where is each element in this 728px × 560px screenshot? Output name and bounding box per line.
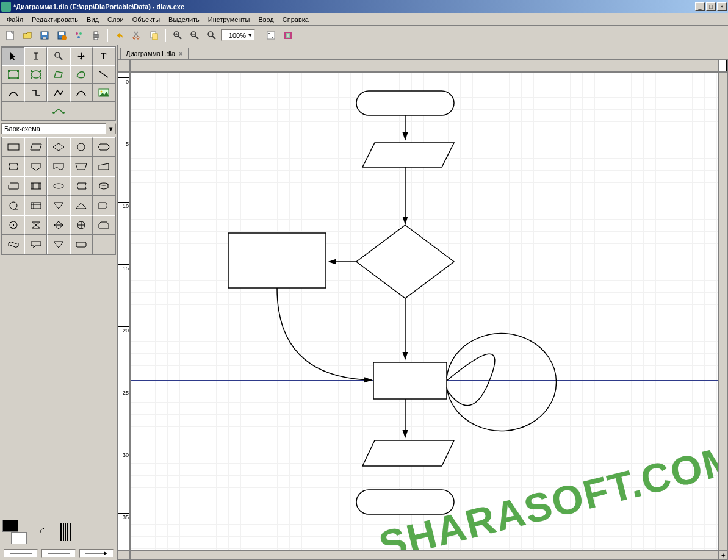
shape-offpage[interactable] <box>24 157 47 176</box>
tab-close-icon[interactable]: × <box>179 50 182 57</box>
node-decision[interactable] <box>356 225 454 298</box>
node-io-1[interactable] <box>362 143 454 167</box>
menu-objects[interactable]: Объекты <box>128 15 164 24</box>
menu-input[interactable]: Ввод <box>254 15 278 24</box>
node-process-left[interactable] <box>228 233 326 288</box>
new-button[interactable] <box>2 27 18 43</box>
cut-button[interactable] <box>129 27 145 43</box>
shape-punched-tape[interactable] <box>2 235 24 254</box>
menu-edit[interactable]: Редактировать <box>27 15 82 24</box>
sheet-selector[interactable]: ▾ <box>1 123 116 134</box>
shape-merge[interactable] <box>47 196 70 215</box>
shape-connector[interactable] <box>70 137 93 157</box>
arrow-end-style[interactable] <box>79 549 114 558</box>
undo-button[interactable] <box>112 27 128 43</box>
zoom-input[interactable] <box>224 32 246 39</box>
shape-loop-limit[interactable] <box>93 215 115 235</box>
snap-object-button[interactable] <box>280 27 296 43</box>
chevron-down-icon[interactable]: ▾ <box>248 31 252 39</box>
node-terminator-start[interactable] <box>356 91 454 115</box>
shape-tape[interactable] <box>2 196 24 215</box>
node-process-lower[interactable] <box>373 362 447 399</box>
shape-callout[interactable] <box>24 235 47 254</box>
close-button[interactable]: × <box>717 2 727 11</box>
snap-grid-button[interactable] <box>263 27 279 43</box>
tool-zigzag[interactable] <box>24 84 47 102</box>
shape-sum[interactable] <box>2 215 24 235</box>
shape-manual-input[interactable] <box>93 157 115 176</box>
shape-merge2[interactable] <box>47 235 70 254</box>
shape-display[interactable] <box>2 157 24 176</box>
tool-text-edit[interactable] <box>24 47 47 65</box>
shape-document[interactable] <box>47 157 70 176</box>
zoom-out-button[interactable] <box>187 27 203 43</box>
color-swatch[interactable] <box>2 520 27 544</box>
sheet-name-input[interactable] <box>1 123 106 134</box>
tool-ellipse[interactable] <box>24 65 47 84</box>
minimize-button[interactable]: _ <box>695 2 705 11</box>
tool-arc[interactable] <box>2 84 24 102</box>
scrollbar-horizontal[interactable] <box>130 550 718 560</box>
line-weights[interactable] <box>60 523 71 541</box>
shape-manual-op[interactable] <box>70 157 93 176</box>
save-button[interactable] <box>37 27 52 43</box>
nav-button[interactable]: ✦ <box>718 550 728 560</box>
shape-collate[interactable] <box>24 215 47 235</box>
menu-tools[interactable]: Инструменты <box>204 15 254 24</box>
save-as-button[interactable] <box>54 27 70 43</box>
tool-text[interactable]: T <box>93 47 115 65</box>
zoom-fit-button[interactable] <box>204 27 220 43</box>
tool-scroll[interactable] <box>70 47 93 65</box>
shape-delay[interactable] <box>93 196 115 215</box>
arrow-start-style[interactable] <box>4 549 38 558</box>
shape-sort[interactable] <box>47 215 70 235</box>
export-button[interactable] <box>71 27 87 43</box>
shape-database[interactable] <box>93 176 115 196</box>
bg-color[interactable] <box>11 532 27 544</box>
fg-color[interactable] <box>2 520 18 532</box>
tool-box[interactable] <box>2 65 24 84</box>
menu-select[interactable]: Выделить <box>164 15 204 24</box>
canvas[interactable]: SHARASOFT.COM <box>130 72 718 550</box>
tool-pointer[interactable] <box>2 47 24 65</box>
menu-file[interactable]: Файл <box>2 15 27 24</box>
tool-zoom[interactable] <box>47 47 70 65</box>
zoom-in-button[interactable] <box>170 27 186 43</box>
ruler-horizontal[interactable]: 051015202530354045 <box>718 60 728 72</box>
tool-image[interactable] <box>93 84 115 102</box>
print-button[interactable] <box>88 27 104 43</box>
ruler-vertical[interactable]: 05101520253035 <box>118 72 130 550</box>
chevron-down-icon[interactable]: ▾ <box>106 123 116 134</box>
shape-preparation[interactable] <box>93 137 115 157</box>
tool-outline[interactable] <box>2 102 115 120</box>
swap-colors-icon[interactable] <box>39 528 48 536</box>
zoom-combo[interactable]: ▾ <box>221 29 255 41</box>
shape-card[interactable] <box>2 176 24 196</box>
scrollbar-vertical[interactable] <box>718 72 728 550</box>
open-button[interactable] <box>20 27 35 43</box>
tool-line[interactable] <box>93 65 115 84</box>
tool-polyline[interactable] <box>47 84 70 102</box>
shape-data[interactable] <box>24 137 47 157</box>
maximize-button[interactable]: □ <box>706 2 716 11</box>
menu-view[interactable]: Вид <box>82 15 103 24</box>
menu-layers[interactable]: Слои <box>103 15 128 24</box>
tab-diagram1[interactable]: Диаграмма1.dia × <box>120 48 189 59</box>
menu-help[interactable]: Справка <box>278 15 313 24</box>
shape-internal[interactable] <box>24 196 47 215</box>
shape-extract[interactable] <box>70 196 93 215</box>
shape-stored-data[interactable] <box>70 176 93 196</box>
line-style[interactable] <box>41 549 76 558</box>
tool-bezier[interactable] <box>70 84 93 102</box>
shape-or[interactable] <box>70 215 93 235</box>
node-io-2[interactable] <box>362 440 454 466</box>
ruler-corner[interactable] <box>130 60 718 72</box>
node-terminator-end[interactable] <box>356 490 454 514</box>
shape-process[interactable] <box>2 137 24 157</box>
tool-beziergon[interactable] <box>70 65 93 84</box>
shape-terminal[interactable] <box>47 176 70 196</box>
loop-arc[interactable] <box>447 354 495 406</box>
tool-polygon[interactable] <box>47 65 70 84</box>
shape-alt-process[interactable] <box>70 235 93 254</box>
shape-predefined[interactable] <box>24 176 47 196</box>
